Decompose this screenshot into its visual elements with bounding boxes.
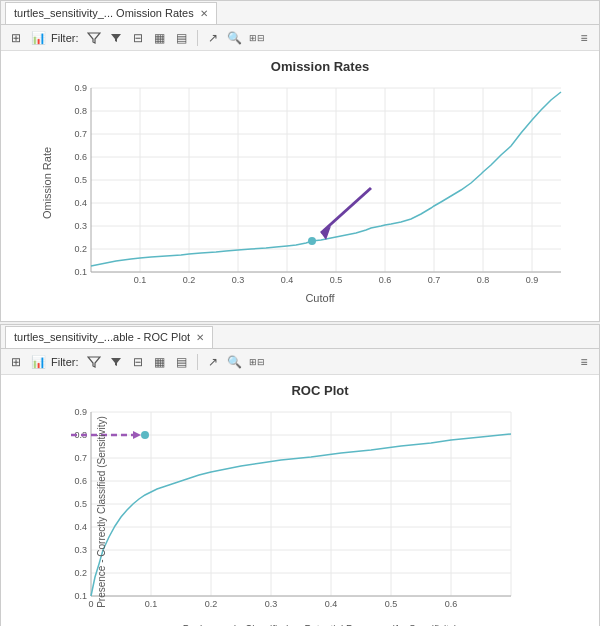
filter-icon-2[interactable] [85, 353, 103, 371]
menu-icon-1[interactable]: ≡ [575, 29, 593, 47]
svg-text:0.1: 0.1 [74, 591, 87, 601]
svg-text:0.4: 0.4 [74, 522, 87, 532]
svg-text:0.4: 0.4 [281, 275, 294, 285]
svg-text:0.9: 0.9 [74, 83, 87, 93]
roc-plot-svg: 0.9 0.8 0.7 0.6 0.5 0.4 0.3 0.2 0.1 0 0.… [51, 402, 571, 622]
svg-text:0.5: 0.5 [385, 599, 398, 609]
svg-text:0.3: 0.3 [74, 221, 87, 231]
funnel-icon-2[interactable] [107, 353, 125, 371]
omission-highlight-dot [308, 237, 316, 245]
filter-icon-1[interactable] [85, 29, 103, 47]
zoom-in-icon-2[interactable]: 🔍 [226, 353, 244, 371]
export-icon-2[interactable]: ↗ [204, 353, 222, 371]
tab-label-2: turtles_sensitivity_...able - ROC Plot [14, 331, 190, 343]
grid-icon-1[interactable]: ⊟ [129, 29, 147, 47]
svg-text:0.8: 0.8 [477, 275, 490, 285]
tab-label-1: turtles_sensitivity_... Omission Rates [14, 7, 194, 19]
svg-text:0.5: 0.5 [74, 175, 87, 185]
menu-icon-2[interactable]: ≡ [575, 353, 593, 371]
svg-text:0.9: 0.9 [526, 275, 539, 285]
roc-plot-panel: turtles_sensitivity_...able - ROC Plot ✕… [0, 324, 600, 626]
svg-text:0.2: 0.2 [74, 244, 87, 254]
svg-text:0.2: 0.2 [205, 599, 218, 609]
toolbar-1: ⊞ 📊 Filter: ⊟ ▦ ▤ ↗ 🔍 ⊞⊟ ≡ [1, 25, 599, 51]
roc-highlight-dot [141, 431, 149, 439]
svg-text:0.4: 0.4 [325, 599, 338, 609]
svg-text:0.1: 0.1 [145, 599, 158, 609]
roc-arrow-head [133, 431, 141, 439]
omission-rates-panel: turtles_sensitivity_... Omission Rates ✕… [0, 0, 600, 322]
col-icon-2[interactable]: ▦ [151, 353, 169, 371]
export-icon-1[interactable]: ↗ [204, 29, 222, 47]
row-icon-2[interactable]: ▤ [173, 353, 191, 371]
svg-text:0.2: 0.2 [74, 568, 87, 578]
tab-bar-1: turtles_sensitivity_... Omission Rates ✕ [1, 1, 599, 25]
svg-text:0: 0 [88, 599, 93, 609]
toolbar-2: ⊞ 📊 Filter: ⊟ ▦ ▤ ↗ 🔍 ⊞⊟ ≡ [1, 349, 599, 375]
svg-text:0.2: 0.2 [183, 275, 196, 285]
roc-plot-chart-container: ROC Plot Presence - Correctly Classified… [1, 375, 599, 626]
svg-text:0.6: 0.6 [74, 476, 87, 486]
roc-plot-title: ROC Plot [51, 383, 589, 398]
filter-label-2: Filter: [51, 356, 79, 368]
svg-text:0.1: 0.1 [74, 267, 87, 277]
grid-icon-2[interactable]: ⊟ [129, 353, 147, 371]
svg-text:0.7: 0.7 [74, 129, 87, 139]
omission-rates-x-label: Cutoff [51, 292, 589, 304]
table-icon-2[interactable]: ⊞ [7, 353, 25, 371]
omission-rates-title: Omission Rates [51, 59, 589, 74]
svg-text:0.6: 0.6 [74, 152, 87, 162]
omission-rates-chart-area: Omission Rate [51, 78, 589, 288]
tab-bar-2: turtles_sensitivity_...able - ROC Plot ✕ [1, 325, 599, 349]
svg-text:0.3: 0.3 [265, 599, 278, 609]
tab-roc-plot[interactable]: turtles_sensitivity_...able - ROC Plot ✕ [5, 326, 213, 348]
scale-icon-2[interactable]: ⊞⊟ [248, 353, 266, 371]
funnel-icon-1[interactable] [107, 29, 125, 47]
close-tab-1-button[interactable]: ✕ [200, 8, 208, 19]
svg-text:0.8: 0.8 [74, 106, 87, 116]
roc-plot-chart-area: Presence - Correctly Classified (Sensiti… [51, 402, 589, 622]
scale-icon-1[interactable]: ⊞⊟ [248, 29, 266, 47]
omission-rates-chart-container: Omission Rates Omission Rate [1, 51, 599, 321]
table-icon[interactable]: ⊞ [7, 29, 25, 47]
svg-text:0.3: 0.3 [232, 275, 245, 285]
svg-text:0.7: 0.7 [74, 453, 87, 463]
omission-rates-svg: 0.9 0.8 0.7 0.6 0.5 0.4 0.3 0.2 0.1 0.1 … [51, 78, 571, 288]
tab-omission-rates[interactable]: turtles_sensitivity_... Omission Rates ✕ [5, 2, 217, 24]
svg-text:0.3: 0.3 [74, 545, 87, 555]
sep-2 [197, 354, 198, 370]
svg-text:0.6: 0.6 [379, 275, 392, 285]
roc-plot-y-label: Presence - Correctly Classified (Sensiti… [96, 416, 107, 608]
row-icon-1[interactable]: ▤ [173, 29, 191, 47]
svg-text:0.9: 0.9 [74, 407, 87, 417]
chart-icon[interactable]: 📊 [29, 29, 47, 47]
svg-text:0.6: 0.6 [445, 599, 458, 609]
close-tab-2-button[interactable]: ✕ [196, 332, 204, 343]
svg-text:0.1: 0.1 [134, 275, 147, 285]
sep-1 [197, 30, 198, 46]
zoom-in-icon-1[interactable]: 🔍 [226, 29, 244, 47]
filter-label-1: Filter: [51, 32, 79, 44]
omission-rates-y-label: Omission Rate [41, 147, 53, 219]
svg-text:0.5: 0.5 [330, 275, 343, 285]
svg-text:0.4: 0.4 [74, 198, 87, 208]
chart-icon-2[interactable]: 📊 [29, 353, 47, 371]
svg-text:0.7: 0.7 [428, 275, 441, 285]
svg-text:0.5: 0.5 [74, 499, 87, 509]
col-icon-1[interactable]: ▦ [151, 29, 169, 47]
